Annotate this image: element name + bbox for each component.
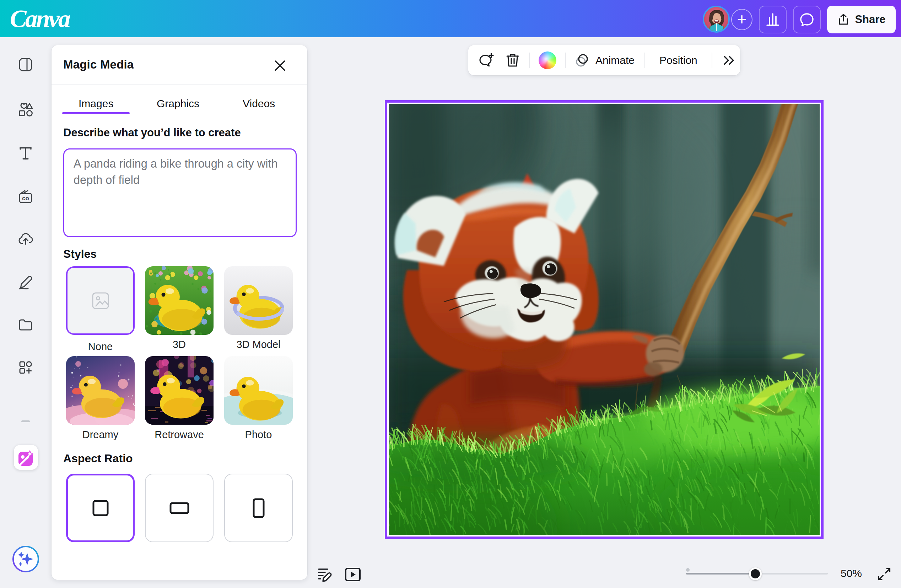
svg-text:co: co (22, 195, 29, 202)
svg-text:Canva: Canva (10, 5, 70, 32)
